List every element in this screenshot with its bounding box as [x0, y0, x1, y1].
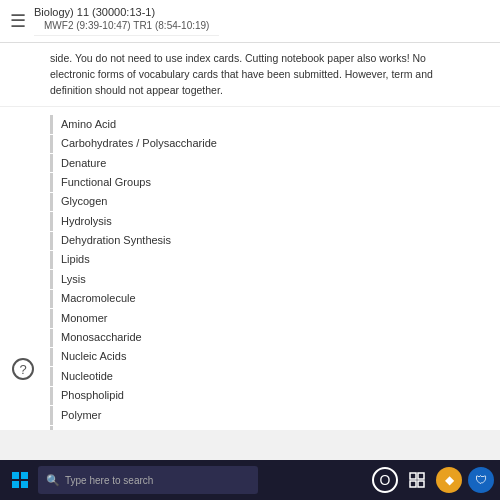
list-item: Glycogen [50, 193, 490, 211]
taskbar-grid-icon[interactable] [404, 467, 430, 493]
svg-rect-7 [418, 481, 424, 487]
taskbar-search-box[interactable]: 🔍 Type here to search [38, 466, 258, 494]
top-bar: ☰ Biology) 11 (30000:13-1) MWF2 (9:39-10… [0, 0, 500, 43]
taskbar-shield-icon[interactable]: 🛡 [468, 467, 494, 493]
svg-rect-2 [12, 481, 19, 488]
header-title: Biology) 11 (30000:13-1) [34, 6, 219, 18]
subheader-text: MWF2 (9:39-10:47) TR1 (8:54-10:19) [34, 18, 219, 36]
main-content: ☰ Biology) 11 (30000:13-1) MWF2 (9:39-10… [0, 0, 500, 430]
list-item: Nucleotide [50, 367, 490, 385]
list-item: Lysis [50, 270, 490, 288]
search-placeholder: Type here to search [65, 475, 153, 486]
search-icon: 🔍 [46, 474, 60, 487]
taskbar: 🔍 Type here to search O ◆ 🛡 [0, 460, 500, 500]
taskbar-browser-icon[interactable]: ◆ [436, 467, 462, 493]
svg-rect-0 [12, 472, 19, 479]
hamburger-icon[interactable]: ☰ [10, 10, 26, 32]
list-item: Monomer [50, 309, 490, 327]
start-button[interactable] [6, 466, 34, 494]
list-item: Denature [50, 154, 490, 172]
list-item: Carbohydrates / Polysaccharide [50, 135, 490, 153]
svg-rect-6 [410, 481, 416, 487]
svg-rect-1 [21, 472, 28, 479]
svg-rect-5 [418, 473, 424, 479]
svg-rect-4 [410, 473, 416, 479]
vocab-list: Amino Acid Carbohydrates / Polysaccharid… [0, 107, 500, 430]
list-item: Polymer [50, 406, 490, 424]
list-item: Nucleic Acids [50, 348, 490, 366]
help-button[interactable]: ? [12, 358, 34, 380]
list-item: Hydrolysis [50, 212, 490, 230]
list-item: Lipids [50, 251, 490, 269]
list-item: Macromolecule [50, 290, 490, 308]
instructions-text: side. You do not need to use index cards… [0, 43, 500, 107]
list-item: Protein / Polypeptide [50, 426, 490, 431]
list-item: Phospholipid [50, 387, 490, 405]
list-item-dehydration: Dehydration Synthesis [50, 232, 490, 250]
taskbar-right-icons: O ◆ 🛡 [372, 467, 494, 493]
list-item: Amino Acid [50, 115, 490, 133]
taskbar-circle-icon[interactable]: O [372, 467, 398, 493]
svg-rect-3 [21, 481, 28, 488]
list-item: Monosaccharide [50, 329, 490, 347]
list-item: Functional Groups [50, 173, 490, 191]
